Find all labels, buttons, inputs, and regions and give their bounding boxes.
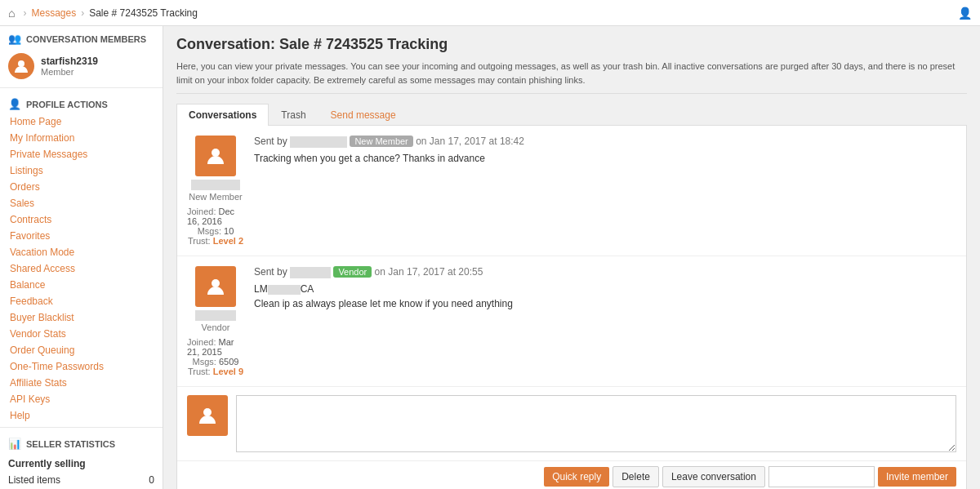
reply-avatar bbox=[187, 395, 228, 436]
reply-actions: Quick reply Delete Leave conversation In… bbox=[177, 461, 966, 489]
seller-statistics-section: 📊 SELLER STATISTICS bbox=[0, 431, 163, 453]
top-nav-right: 👤 bbox=[958, 7, 972, 20]
sidebar-item-otp[interactable]: One-Time Passwords bbox=[0, 358, 163, 375]
message-1-role-badge: New Member bbox=[350, 136, 412, 147]
reply-area bbox=[177, 387, 966, 461]
message-1-username-box bbox=[191, 180, 240, 190]
sidebar-username: starfish2319 bbox=[41, 56, 98, 67]
message-1-username-inline bbox=[290, 136, 347, 148]
svg-point-1 bbox=[212, 149, 220, 157]
svg-point-2 bbox=[212, 279, 220, 287]
delete-button[interactable]: Delete bbox=[612, 466, 659, 487]
message-1-header: Sent by New Member on Jan 17, 2017 at 18… bbox=[254, 136, 956, 148]
conversation-members-title: CONVERSATION MEMBERS bbox=[26, 34, 146, 44]
message-2-trust: Level 9 bbox=[213, 367, 243, 376]
message-1-date: on Jan 17, 2017 at 18:42 bbox=[416, 136, 524, 147]
seller-statistics-title: SELLER STATISTICS bbox=[26, 439, 115, 449]
message-2-trust-label: Trust: Level 9 bbox=[188, 367, 243, 376]
sidebar-item-contracts[interactable]: Contracts bbox=[0, 211, 163, 228]
invite-input[interactable] bbox=[768, 466, 875, 487]
message-1-msgs: 10 bbox=[224, 226, 234, 236]
message-1-role: New Member bbox=[189, 192, 242, 202]
svg-point-0 bbox=[18, 60, 24, 67]
sidebar-item-apikeys[interactable]: API Keys bbox=[0, 391, 163, 407]
sidebar-item-orders[interactable]: Orders bbox=[0, 179, 163, 195]
quick-reply-button[interactable]: Quick reply bbox=[544, 467, 609, 487]
sidebar-item-feedback[interactable]: Feedback bbox=[0, 293, 163, 309]
stats-icon: 📊 bbox=[8, 438, 21, 450]
message-1-joined-label: Joined: Dec 16, 2016 bbox=[187, 207, 244, 226]
sidebar-item-sales[interactable]: Sales bbox=[0, 195, 163, 211]
message-2-location: LMCA bbox=[254, 283, 956, 295]
tab-trash[interactable]: Trash bbox=[269, 104, 318, 126]
sidebar: 👥 CONVERSATION MEMBERS starfish2319 Memb… bbox=[0, 26, 163, 489]
profile-actions-title: PROFILE ACTIONS bbox=[26, 100, 108, 109]
message-2-joined-label: Joined: Mar 21, 2015 bbox=[187, 337, 244, 357]
profile-icon: 👤 bbox=[8, 98, 21, 110]
sidebar-item-buyerblacklist[interactable]: Buyer Blacklist bbox=[0, 309, 163, 326]
message-2-avatar bbox=[195, 266, 236, 307]
message-1: New Member Joined: Dec 16, 2016 Msgs: 10… bbox=[177, 126, 966, 256]
members-icon: 👥 bbox=[8, 33, 21, 45]
sidebar-stats: Currently selling Listed items 0 Will se… bbox=[0, 453, 163, 489]
message-1-trust: Level 2 bbox=[213, 236, 243, 246]
message-2-location-box bbox=[268, 285, 301, 295]
message-2-msgs-label: Msgs: 6509 bbox=[193, 357, 239, 367]
avatar bbox=[8, 53, 34, 79]
svg-point-3 bbox=[203, 408, 212, 416]
user-icon[interactable]: 👤 bbox=[958, 7, 972, 20]
message-2-username-box bbox=[195, 310, 236, 321]
messages-area: New Member Joined: Dec 16, 2016 Msgs: 10… bbox=[176, 126, 967, 489]
tabs: Conversations Trash Send message bbox=[176, 104, 967, 126]
conversation-members-section: 👥 CONVERSATION MEMBERS bbox=[0, 26, 163, 48]
stats-row-0: Listed items 0 bbox=[8, 473, 154, 487]
reply-textarea[interactable] bbox=[236, 395, 956, 452]
page-title: Conversation: Sale # 7243525 Tracking bbox=[176, 36, 967, 53]
sidebar-role: Member bbox=[41, 67, 98, 77]
message-2-date: on Jan 17, 2017 at 20:55 bbox=[375, 266, 483, 278]
sidebar-item-vacationmode[interactable]: Vacation Mode bbox=[0, 244, 163, 260]
main-layout: 👥 CONVERSATION MEMBERS starfish2319 Memb… bbox=[0, 26, 980, 489]
sidebar-item-favorites[interactable]: Favorites bbox=[0, 228, 163, 244]
message-2-body: Sent by Vendor on Jan 17, 2017 at 20:55 … bbox=[254, 266, 956, 376]
message-2-text: Clean ip as always please let me know if… bbox=[254, 298, 956, 309]
sidebar-item-privatemessages[interactable]: Private Messages bbox=[0, 146, 163, 162]
sidebar-item-listings[interactable]: Listings bbox=[0, 162, 163, 179]
leave-conversation-button[interactable]: Leave conversation bbox=[662, 466, 765, 487]
breadcrumb-messages[interactable]: Messages bbox=[26, 7, 81, 19]
sidebar-item-vendorstats[interactable]: Vendor Stats bbox=[0, 326, 163, 342]
invite-member-button[interactable]: Invite member bbox=[878, 467, 956, 487]
message-2-username-inline bbox=[290, 267, 331, 278]
main-content: Conversation: Sale # 7243525 Tracking He… bbox=[163, 26, 980, 489]
message-1-body: Sent by New Member on Jan 17, 2017 at 18… bbox=[254, 136, 956, 246]
home-icon[interactable]: ⌂ bbox=[8, 7, 15, 20]
sidebar-item-affiliatestats[interactable]: Affiliate Stats bbox=[0, 375, 163, 391]
sidebar-item-help[interactable]: Help bbox=[0, 407, 163, 424]
page-description: Here, you can view your private messages… bbox=[176, 60, 967, 94]
message-2: Vendor Joined: Mar 21, 2015 Msgs: 6509 T… bbox=[177, 256, 966, 387]
message-2-msgs: 6509 bbox=[219, 357, 238, 367]
message-2-role: Vendor bbox=[202, 322, 230, 332]
message-1-avatar bbox=[195, 136, 236, 176]
currently-selling-label: Currently selling bbox=[8, 458, 154, 469]
message-2-role-badge: Vendor bbox=[333, 266, 372, 278]
message-2-sidebar: Vendor Joined: Mar 21, 2015 Msgs: 6509 T… bbox=[187, 266, 244, 376]
profile-actions-section: 👤 PROFILE ACTIONS bbox=[0, 91, 163, 113]
message-1-trust-label: Trust: Level 2 bbox=[188, 236, 243, 246]
tab-send-message[interactable]: Send message bbox=[318, 104, 408, 126]
message-1-msgs-label: Msgs: 10 bbox=[198, 226, 234, 236]
sidebar-item-balance[interactable]: Balance bbox=[0, 277, 163, 293]
tab-conversations[interactable]: Conversations bbox=[176, 104, 269, 126]
sidebar-item-homepage[interactable]: Home Page bbox=[0, 113, 163, 130]
message-1-sidebar: New Member Joined: Dec 16, 2016 Msgs: 10… bbox=[187, 136, 244, 246]
sidebar-item-orderqueuing[interactable]: Order Queuing bbox=[0, 342, 163, 358]
sidebar-user: starfish2319 Member bbox=[0, 48, 163, 84]
breadcrumb-current: Sale # 7243525 Tracking bbox=[84, 7, 203, 19]
sidebar-item-sharedaccess[interactable]: Shared Access bbox=[0, 260, 163, 277]
top-nav: ⌂ › Messages › Sale # 7243525 Tracking 👤 bbox=[0, 0, 980, 26]
sidebar-item-myinfo[interactable]: My Information bbox=[0, 130, 163, 146]
message-1-text: Tracking when you get a chance? Thanks i… bbox=[254, 153, 956, 164]
message-2-header: Sent by Vendor on Jan 17, 2017 at 20:55 bbox=[254, 266, 956, 278]
